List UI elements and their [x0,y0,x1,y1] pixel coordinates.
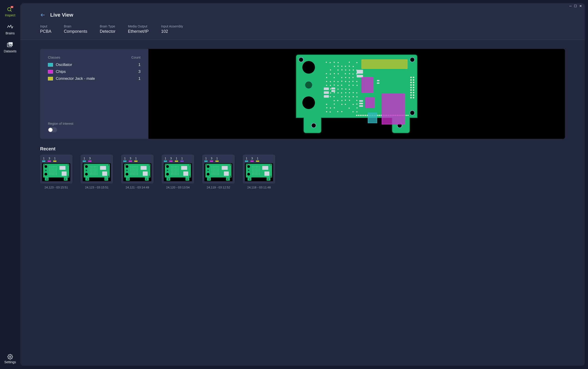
roi-toggle[interactable] [48,127,57,132]
svg-point-367 [175,173,176,174]
svg-point-87 [349,92,350,93]
svg-point-466 [256,166,257,167]
svg-point-98 [353,96,354,97]
svg-point-345 [171,172,172,172]
svg-point-277 [97,173,97,174]
badge-count: 1 [84,157,85,160]
svg-point-38 [334,73,335,74]
badge-swatch [256,161,259,162]
svg-point-177 [44,165,47,168]
badge-swatch [123,161,127,162]
sidebar-item-brains[interactable]: Brains [4,23,16,35]
svg-point-448 [252,170,253,171]
svg-point-155 [413,77,414,78]
svg-point-360 [174,173,174,174]
svg-point-57 [337,111,338,112]
svg-point-386 [207,173,209,175]
svg-point-387 [207,170,209,171]
svg-point-170 [410,97,412,99]
window-close-icon[interactable]: ✕ [579,4,582,8]
svg-point-27 [330,69,331,71]
recent-title: Recent [40,146,565,152]
svg-rect-227 [59,166,65,170]
svg-point-264 [94,174,95,175]
svg-point-43 [334,92,335,93]
svg-point-348 [173,166,173,167]
svg-point-341 [171,166,172,167]
svg-point-349 [173,168,173,168]
svg-point-450 [252,173,253,174]
svg-point-339 [187,178,187,179]
window-minimize-icon[interactable]: ─ [569,4,572,8]
svg-point-212 [53,174,54,175]
svg-point-209 [53,170,54,171]
sidebar-item-datasets[interactable]: Datasets [4,41,16,53]
svg-point-376 [178,166,178,167]
svg-point-407 [215,166,215,167]
badge-count: 1 [216,157,218,160]
svg-point-214 [55,168,55,168]
recent-frame: 1 3 1 1 [162,155,194,183]
svg-point-81 [349,70,350,71]
svg-point-55 [338,92,339,93]
recent-card[interactable]: 1 3 1 1 24,120 - 03:13:54 [162,155,194,189]
badge-count: 3 [130,157,131,160]
recent-card[interactable]: 1 3 1 24,118 - 03:11:48 [243,155,275,189]
svg-point-382 [178,174,178,175]
svg-point-471 [256,173,257,174]
detection-badge: 3 [48,157,51,162]
svg-point-256 [93,173,93,174]
svg-point-186 [49,168,50,168]
svg-point-366 [175,172,176,172]
svg-point-67 [341,104,342,105]
svg-point-365 [175,170,176,171]
recent-card[interactable]: 1 3 1 24,123 - 03:15:51 [40,155,72,189]
svg-rect-383 [181,166,187,170]
svg-point-364 [175,169,176,170]
sidebar-item-settings[interactable]: Settings [4,354,16,364]
gear-icon [7,354,13,360]
recent-card[interactable]: 1 3 24,123 - 03:15:51 [81,155,113,189]
window-maximize-icon[interactable]: ☐ [574,4,577,8]
svg-point-374 [176,173,177,174]
svg-point-107 [356,96,358,97]
svg-point-58 [341,66,342,67]
svg-rect-280 [102,171,107,176]
svg-point-118 [367,115,368,116]
recent-card[interactable]: 1 3 1 24,119 - 03:12:52 [202,155,235,189]
svg-point-141 [407,115,409,116]
back-button[interactable] [40,12,46,18]
svg-point-106 [356,92,357,93]
svg-point-93 [353,73,354,74]
svg-point-397 [212,172,212,172]
svg-rect-228 [62,171,67,176]
svg-point-441 [271,164,271,165]
svg-point-414 [216,166,216,167]
svg-point-324 [137,166,138,167]
svg-point-92 [353,69,354,71]
meta-label: Input [40,24,51,28]
svg-point-101 [356,62,358,63]
svg-point-165 [413,89,414,91]
legend-class-name: Oscillator [56,62,138,67]
svg-point-232 [84,164,85,165]
svg-rect-331 [141,166,147,170]
badge-count: 3 [49,157,50,160]
badge-count: 1 [176,157,177,160]
recent-card[interactable]: 1 3 1 24,121 - 03:14:49 [121,155,153,189]
svg-point-248 [91,172,92,172]
svg-point-392 [209,178,210,179]
svg-point-408 [215,168,215,168]
badge-count: 1 [124,157,126,160]
meta-block-input-assembly: Input Assembly 102 [161,24,183,34]
sidebar-item-inspect[interactable]: Inspect [4,5,16,17]
svg-point-210 [53,172,54,172]
svg-point-351 [173,170,173,171]
svg-point-237 [90,166,90,167]
svg-point-20 [326,81,327,82]
svg-point-359 [174,172,174,172]
svg-point-109 [356,103,357,105]
page-title: Live View [50,12,73,18]
badge-count: 3 [89,157,91,160]
svg-point-48 [338,62,339,63]
